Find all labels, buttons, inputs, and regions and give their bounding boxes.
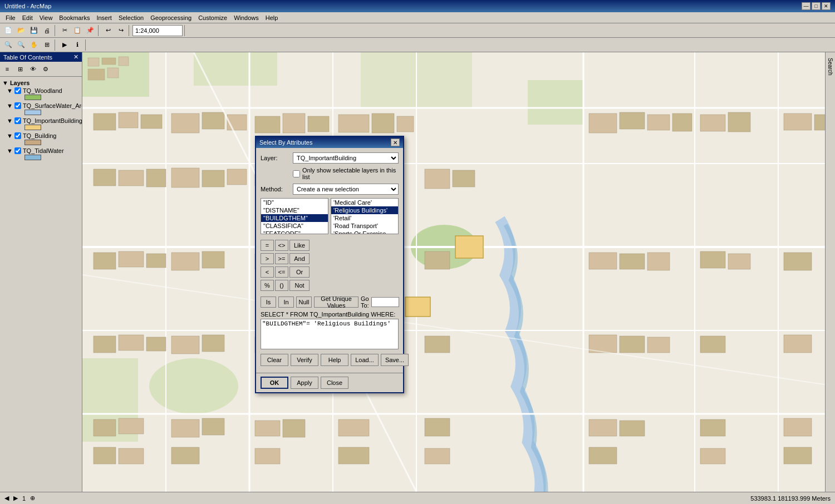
op-null[interactable]: Null — [296, 297, 312, 308]
toc-list-view[interactable]: ≡ — [1, 63, 13, 75]
close-dialog-button[interactable]: Close — [321, 377, 348, 389]
ok-button[interactable]: OK — [261, 377, 288, 389]
redo-button[interactable]: ↪ — [115, 24, 127, 37]
toc-content: ▼ Layers ▼ TQ_Woodland ▼ TQ_SurfaceWater… — [0, 77, 82, 492]
search-tab[interactable]: Search — [826, 53, 834, 80]
layer-checkbox-importantbuilding[interactable] — [14, 117, 21, 124]
layer-item-woodland[interactable]: ▼ TQ_Woodland — [7, 87, 80, 95]
field-featcode[interactable]: "FEATCODE" — [261, 230, 328, 234]
toc-close-button[interactable]: ✕ — [73, 53, 78, 61]
layer-item-importantbuilding[interactable]: ▼ TQ_ImportantBuilding — [7, 117, 80, 125]
field-classifica[interactable]: "CLASSIFICA" — [261, 222, 328, 230]
table-of-contents: Table Of Contents ✕ ≡ ⊞ 👁 ⚙ ▼ Layers ▼ T… — [0, 52, 82, 492]
op-in[interactable]: In — [278, 297, 294, 308]
goto-input[interactable] — [371, 297, 399, 307]
menu-item-geoprocessing[interactable]: Geoprocessing — [147, 13, 195, 22]
op-gte[interactable]: >= — [275, 253, 288, 264]
zoom-in-button[interactable]: 🔍 — [2, 39, 14, 51]
op-lt[interactable]: < — [261, 266, 274, 278]
select-button[interactable]: ▶ — [58, 39, 71, 51]
maximize-button[interactable]: □ — [812, 2, 821, 10]
layers-root[interactable]: ▼ Layers — [2, 79, 80, 87]
field-distname[interactable]: "DISTNAME" — [261, 206, 328, 214]
open-button[interactable]: 📂 — [15, 24, 27, 37]
values-list[interactable]: 'Medical Care' 'Religious Buildings' 'Re… — [331, 198, 399, 234]
zoom-out-button[interactable]: 🔍 — [15, 39, 27, 51]
get-unique-values-button[interactable]: Get Unique Values — [314, 297, 358, 308]
op-equals[interactable]: = — [261, 240, 274, 251]
layer-label: TQ_ImportantBuilding — [23, 117, 82, 124]
layer-checkbox-woodland[interactable] — [14, 87, 21, 94]
menu-item-customize[interactable]: Customize — [195, 13, 230, 22]
nav-prev[interactable]: ◀ — [4, 495, 9, 502]
cut-button[interactable]: ✂ — [58, 24, 71, 37]
layer-checkbox-building[interactable] — [14, 132, 21, 139]
scale-input[interactable] — [132, 25, 183, 36]
nav-next[interactable]: ▶ — [13, 495, 18, 502]
clear-button[interactable]: Clear — [261, 354, 288, 366]
value-retail[interactable]: 'Retail' — [331, 214, 398, 222]
map-view[interactable]: Select By Attributes ✕ Layer: TQ_Importa… — [82, 52, 825, 492]
toc-vis-view[interactable]: 👁 — [27, 63, 39, 75]
field-buildgthem[interactable]: "BUILDGTHEM" — [261, 214, 328, 222]
layer-label: TQ_Woodland — [23, 87, 62, 94]
save-button[interactable]: 💾 — [28, 24, 40, 37]
sql-textarea[interactable]: "BUILDGTHEM"= 'Religious Buildings' — [261, 319, 399, 349]
toc-options[interactable]: ⚙ — [40, 63, 52, 75]
op-and[interactable]: And — [289, 253, 310, 264]
op-not[interactable]: Not — [289, 280, 310, 291]
layer-item-building[interactable]: ▼ TQ_Building — [7, 132, 80, 140]
print-button[interactable]: 🖨 — [41, 24, 53, 37]
pan-button[interactable]: ✋ — [28, 39, 40, 51]
op-gt[interactable]: > — [261, 253, 274, 264]
menu-item-file[interactable]: File — [2, 13, 19, 22]
apply-button[interactable]: Apply — [291, 377, 318, 389]
menu-item-help[interactable]: Help — [262, 13, 282, 22]
undo-button[interactable]: ↩ — [102, 24, 114, 37]
woodland-swatch — [24, 95, 41, 100]
op-is[interactable]: Is — [261, 297, 276, 308]
layer-item-surfacewater[interactable]: ▼ TQ_SurfaceWater_Area — [7, 102, 80, 110]
layer-select[interactable]: TQ_ImportantBuilding — [293, 152, 399, 164]
only-selectable-checkbox[interactable] — [293, 170, 300, 177]
op-notequals[interactable]: <> — [275, 240, 288, 251]
op-like[interactable]: Like — [289, 240, 310, 251]
minimize-button[interactable]: — — [802, 2, 811, 10]
op-parens[interactable]: () — [275, 280, 288, 291]
identify-button[interactable]: ℹ — [71, 39, 84, 51]
menu-item-edit[interactable]: Edit — [19, 13, 36, 22]
paste-button[interactable]: 📌 — [84, 24, 96, 37]
menu-item-windows[interactable]: Windows — [230, 13, 262, 22]
copy-button[interactable]: 📋 — [71, 24, 84, 37]
layer-row: Layer: TQ_ImportantBuilding — [261, 152, 399, 164]
load-button[interactable]: Load... — [351, 354, 379, 366]
value-religious-buildings[interactable]: 'Religious Buildings' — [331, 206, 398, 214]
save-button[interactable]: Save... — [381, 354, 409, 366]
toc-source-view[interactable]: ⊞ — [14, 63, 26, 75]
menu-item-insert[interactable]: Insert — [93, 13, 115, 22]
select-by-attributes-dialog: Select By Attributes ✕ Layer: TQ_Importa… — [255, 136, 404, 393]
value-road-transport[interactable]: 'Road Transport' — [331, 222, 398, 230]
op-lte[interactable]: <= — [275, 266, 288, 278]
bottom-ops-row: Is In Null Get Unique Values Go To: — [261, 295, 399, 309]
value-sports[interactable]: 'Sports Or Exercise Facility' — [331, 230, 398, 234]
verify-button[interactable]: Verify — [291, 354, 318, 366]
menu-item-bookmarks[interactable]: Bookmarks — [56, 13, 93, 22]
layer-checkbox-surfacewater[interactable] — [14, 102, 21, 109]
dialog-close-button[interactable]: ✕ — [391, 139, 400, 146]
method-select[interactable]: Create a new selection — [293, 184, 399, 195]
fields-list[interactable]: "ID" "DISTNAME" "BUILDGTHEM" "CLASSIFICA… — [261, 198, 328, 234]
op-or[interactable]: Or — [289, 266, 310, 278]
close-button[interactable]: ✕ — [822, 2, 831, 10]
layer-label: TQ_Building — [23, 132, 57, 139]
menu-item-view[interactable]: View — [36, 13, 56, 22]
menu-item-selection[interactable]: Selection — [115, 13, 147, 22]
field-id[interactable]: "ID" — [261, 199, 328, 206]
layer-checkbox-tidalwater[interactable] — [14, 147, 21, 154]
op-percent[interactable]: % — [261, 280, 274, 291]
layer-item-tidalwater[interactable]: ▼ TQ_TidalWater — [7, 147, 80, 155]
help-button[interactable]: Help — [321, 354, 348, 366]
new-button[interactable]: 📄 — [2, 24, 14, 37]
value-medical-care[interactable]: 'Medical Care' — [331, 199, 398, 206]
full-extent-button[interactable]: ⊞ — [41, 39, 53, 51]
